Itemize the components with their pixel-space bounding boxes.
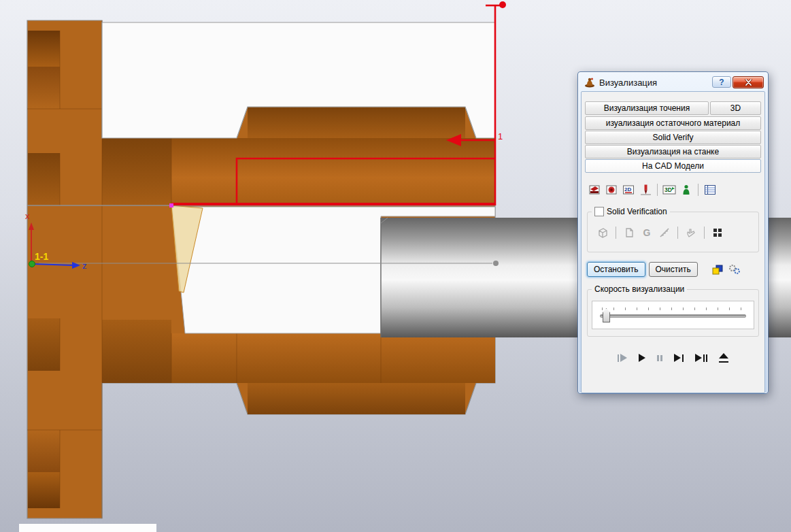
speed-slider[interactable] bbox=[592, 301, 754, 329]
speed-group-label: Скорость визуализации bbox=[594, 284, 684, 294]
z-axis-label: z bbox=[82, 261, 87, 271]
section-cube-icon[interactable] bbox=[596, 226, 609, 239]
visualization-mode-tabs: Визуализация точения 3D изуализация оста… bbox=[582, 92, 764, 173]
toolpath-start-point bbox=[499, 1, 506, 8]
play-from-start-button[interactable] bbox=[618, 354, 627, 362]
close-button[interactable] bbox=[733, 76, 764, 88]
tab-turning-visualization[interactable]: Визуализация точения bbox=[585, 101, 709, 115]
tab-solid-verify[interactable]: Solid Verify bbox=[585, 131, 761, 144]
sv-separator bbox=[677, 227, 678, 239]
machine-simulation-icon[interactable] bbox=[679, 182, 694, 197]
go-to-end-button[interactable] bbox=[695, 354, 707, 362]
gears-icon[interactable] bbox=[728, 263, 741, 276]
colors-icon[interactable] bbox=[711, 263, 724, 276]
solid-verification-label: Solid Verification bbox=[607, 207, 667, 216]
rotate-g-icon[interactable]: G bbox=[640, 226, 654, 239]
stop-button[interactable]: Остановить bbox=[587, 262, 645, 277]
visualization-speed-group: Скорость визуализации bbox=[587, 289, 759, 337]
speed-slider-track[interactable] bbox=[600, 314, 746, 318]
solid-verification-checkbox[interactable] bbox=[594, 207, 604, 216]
visualization-app-icon bbox=[584, 77, 596, 88]
toolpath-step-label: 1 bbox=[498, 131, 503, 142]
solid-verification-group: Solid Verification G bbox=[587, 212, 759, 252]
help-button[interactable]: ? bbox=[712, 76, 731, 88]
close-icon bbox=[745, 79, 752, 86]
playback-controls bbox=[582, 353, 764, 363]
toolpath-node-point bbox=[169, 203, 173, 207]
tab-machine-visualization[interactable]: Визуализация на станке bbox=[585, 145, 761, 159]
dialog-titlebar[interactable]: Визуализация ? bbox=[581, 72, 765, 91]
centerline-endpoint bbox=[493, 261, 499, 266]
x-axis-label: x bbox=[25, 211, 30, 221]
section-label: 1-1 bbox=[35, 251, 48, 262]
svg-text:2D: 2D bbox=[624, 186, 631, 193]
next-step-button[interactable] bbox=[674, 354, 684, 362]
visualization-dialog: Визуализация ? Визуализация точения 3D bbox=[577, 71, 769, 394]
dialog-client-area: Визуализация точения 3D изуализация оста… bbox=[581, 91, 765, 393]
simulation-icon-toolbar: 2D 3D bbox=[582, 173, 764, 198]
solid-simulation-icon[interactable] bbox=[604, 182, 619, 197]
simulation-controls-row: Остановить Очистить bbox=[582, 252, 764, 277]
settings-list-icon[interactable] bbox=[703, 182, 718, 197]
3d-simulation-icon[interactable]: 3D bbox=[662, 182, 677, 197]
pan-hand-icon[interactable] bbox=[684, 226, 698, 239]
speed-slider-thumb[interactable] bbox=[603, 308, 610, 322]
dialog-title: Визуализация bbox=[599, 78, 709, 88]
play-button[interactable] bbox=[639, 354, 645, 362]
tool-position-icon[interactable] bbox=[638, 182, 653, 197]
single-block-button[interactable] bbox=[719, 353, 728, 363]
background-window-strip bbox=[19, 524, 156, 532]
help-label: ? bbox=[719, 78, 724, 87]
svg-text:3D: 3D bbox=[664, 186, 672, 193]
slider-ticks bbox=[602, 307, 744, 310]
tab-3d[interactable]: 3D bbox=[710, 101, 761, 115]
toolbar-separator bbox=[657, 184, 658, 196]
clear-button[interactable]: Очистить bbox=[649, 262, 698, 277]
sv-separator bbox=[704, 227, 705, 239]
tab-cad-model[interactable]: На CAD Модели bbox=[585, 159, 761, 173]
zoom-grid-icon[interactable] bbox=[711, 226, 724, 239]
turning-simulation-icon[interactable] bbox=[587, 182, 602, 197]
2d-simulation-icon[interactable]: 2D bbox=[621, 182, 636, 197]
grab-page-icon[interactable] bbox=[622, 226, 636, 239]
tab-residual-material-visualization[interactable]: изуализация остаточного материал bbox=[585, 116, 761, 130]
pause-button[interactable] bbox=[657, 355, 662, 361]
application-window: 1 x z 1-1 Визуализация bbox=[0, 0, 791, 532]
measure-icon[interactable] bbox=[658, 226, 671, 239]
sv-separator bbox=[616, 227, 616, 239]
toolbar-separator bbox=[698, 184, 699, 196]
